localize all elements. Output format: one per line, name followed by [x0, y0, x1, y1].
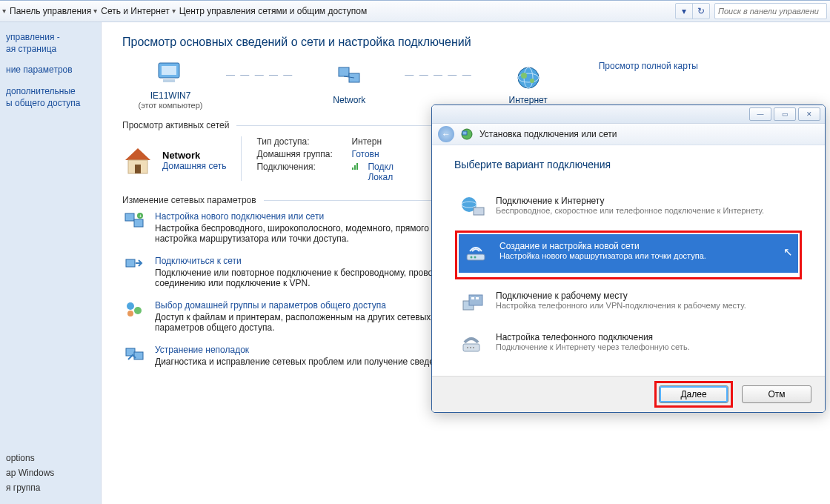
homegroup-link[interactable]: Готовн [351, 149, 379, 159]
label: Домашняя группа: [256, 149, 345, 159]
node-network[interactable]: Network [301, 65, 397, 105]
node-sub: (этот компьютер) [138, 101, 202, 110]
option-title: Создание и настройка новой сети [499, 241, 706, 251]
svg-marker-11 [125, 148, 150, 160]
dialog-heading: Выберите вариант подключения [454, 159, 803, 170]
workplace-icon [460, 291, 487, 316]
svg-point-23 [134, 307, 142, 314]
svg-text:+: + [139, 213, 142, 219]
phone-icon [460, 332, 487, 357]
svg-rect-3 [339, 67, 349, 76]
breadcrumb-item[interactable]: Центр управления сетями и общим доступом [179, 6, 368, 16]
svg-point-42 [473, 347, 474, 348]
svg-rect-13 [135, 165, 141, 173]
label: Тип доступа: [256, 136, 345, 147]
task-title[interactable]: Устранение неполадок [155, 345, 474, 355]
svg-rect-18 [134, 219, 143, 227]
svg-rect-28 [462, 131, 467, 135]
connection-link[interactable]: Подкл [368, 162, 393, 172]
node-label: Интернет [509, 95, 548, 105]
option-internet[interactable]: Подключение к ИнтернетуБеспроводное, ско… [455, 189, 802, 228]
label: Подключения: [256, 162, 345, 182]
connection-line: — — — — — [226, 70, 293, 80]
svg-point-10 [530, 79, 534, 83]
sidebar-link[interactable]: управления - [6, 31, 95, 43]
search-input[interactable] [715, 7, 826, 16]
back-button[interactable]: ← [438, 126, 454, 142]
network-name: Network [162, 150, 226, 161]
highlighted-button-frame: Далее [654, 381, 733, 408]
option-desc: Настройка телефонного или VPN-подключени… [496, 301, 746, 310]
page-title: Просмотр основных сведений о сети и наст… [122, 36, 823, 49]
node-label: IE11WIN7 [150, 90, 191, 101]
sidebar-link[interactable]: ая страница [6, 43, 95, 55]
chevron-right-icon: ▸ [170, 10, 179, 13]
next-button[interactable]: Далее [659, 385, 728, 403]
connection-link[interactable]: Локал [368, 172, 393, 182]
globe-monitor-icon [460, 196, 487, 221]
svg-rect-1 [162, 66, 176, 75]
breadcrumb-item[interactable]: Панель управления ▸ [10, 6, 98, 16]
close-button[interactable]: ✕ [798, 107, 820, 121]
addr-dropdown-icon[interactable]: ▾ [676, 4, 693, 19]
dialog-header: ← Установка подключения или сети [432, 124, 825, 145]
svg-rect-21 [126, 259, 135, 267]
breadcrumb-label: Сеть и Интернет [101, 6, 169, 16]
breadcrumbs[interactable]: ▸ Панель управления ▸ Сеть и Интернет ▸ … [0, 6, 367, 16]
troubleshoot-icon [122, 345, 146, 365]
sidebar-link[interactable]: options [6, 453, 95, 463]
globe-icon [514, 65, 543, 92]
sidebar-related: options ap Windows я группа [6, 453, 95, 497]
option-workplace[interactable]: Подключение к рабочему местуНастройка те… [455, 284, 802, 322]
sidebar-link[interactable]: ние параметров [6, 64, 95, 76]
node-this-pc[interactable]: IE11WIN7 (этот компьютер) [122, 61, 219, 110]
option-title: Подключение к Интернету [496, 196, 764, 206]
router-icon [464, 241, 491, 266]
dialog-footer: Далее Отм [432, 376, 825, 412]
option-title: Настройка телефонного подключения [496, 332, 690, 342]
option-title: Подключение к рабочему месту [496, 291, 746, 301]
active-network-item[interactable]: Network Домашняя сеть [122, 136, 226, 185]
node-internet[interactable]: Интернет [480, 65, 577, 105]
dialog-title: Установка подключения или сети [479, 129, 617, 139]
network-type-link[interactable]: Домашняя сеть [162, 161, 226, 171]
connect-icon [122, 256, 146, 276]
search-box[interactable] [714, 3, 827, 19]
setup-connection-icon: + [122, 211, 146, 232]
svg-point-41 [470, 347, 471, 348]
highlighted-option-frame: Создание и настройка новой сетиНастройка… [455, 231, 802, 279]
cancel-button[interactable]: Отм [742, 385, 811, 403]
sidebar-link[interactable]: дополнительные [6, 85, 95, 97]
svg-rect-36 [469, 295, 482, 305]
svg-point-40 [467, 347, 468, 348]
network-map: IE11WIN7 (этот компьютер) — — — — — Netw… [122, 61, 823, 110]
option-new-network[interactable]: Создание и настройка новой сетиНастройка… [459, 234, 798, 273]
svg-rect-14 [352, 168, 353, 170]
node-label: Network [333, 95, 365, 105]
control-panel-window: ▸ Панель управления ▸ Сеть и Интернет ▸ … [0, 0, 830, 504]
refresh-icon[interactable]: ↻ [693, 4, 709, 19]
svg-rect-15 [354, 165, 356, 170]
task-desc: Диагностика и исправление сетевых пробле… [155, 357, 474, 367]
breadcrumb-item[interactable]: Сеть и Интернет ▸ [101, 6, 176, 16]
svg-point-33 [471, 256, 473, 259]
sidebar-link[interactable]: ы общего доступа [6, 97, 95, 109]
svg-rect-16 [356, 163, 358, 170]
svg-point-24 [127, 311, 133, 316]
homegroup-icon [122, 300, 146, 321]
option-desc: Подключение к Интернету через телефонную… [496, 342, 690, 351]
sidebar-link[interactable]: я группа [6, 483, 95, 493]
option-list: Подключение к ИнтернетуБеспроводное, ско… [454, 188, 803, 368]
option-dialup[interactable]: Настройка телефонного подключенияПодключ… [455, 325, 802, 364]
breadcrumb-label: Центр управления сетями и общим доступом [179, 6, 368, 16]
sidebar-link[interactable]: ap Windows [6, 468, 95, 478]
minimize-button[interactable]: — [749, 107, 771, 121]
maximize-button[interactable]: ▭ [774, 107, 796, 121]
network-props: Тип доступа:Интерн Домашняя группа:Готов… [256, 136, 393, 185]
svg-rect-2 [163, 79, 175, 82]
svg-point-6 [518, 67, 539, 88]
breadcrumb-label: Панель управления [10, 6, 91, 16]
dialog-titlebar[interactable]: — ▭ ✕ [432, 105, 825, 124]
view-full-map-link[interactable]: Просмотр полной карты [599, 61, 698, 71]
svg-rect-17 [125, 213, 134, 221]
